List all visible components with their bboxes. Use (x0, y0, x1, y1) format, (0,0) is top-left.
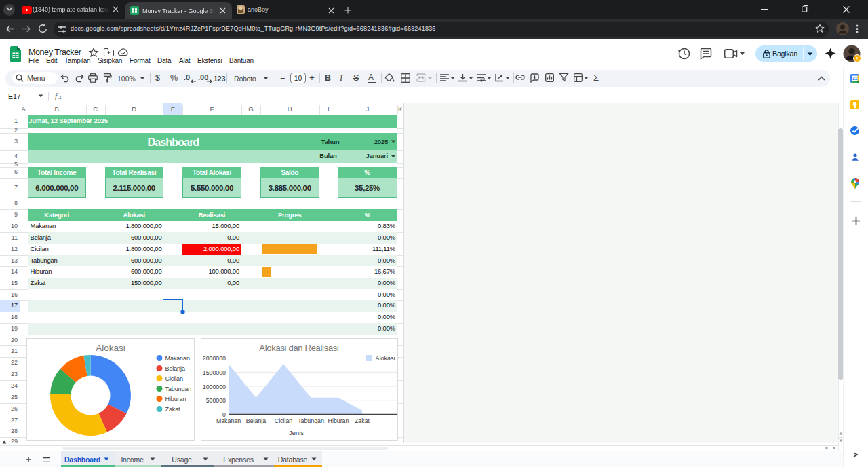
svg-text:Tabungan: Tabungan (298, 417, 324, 424)
svg-text:!: ! (856, 56, 859, 62)
svg-text:Tabungan: Tabungan (165, 385, 192, 392)
svg-text:31: 31 (852, 76, 858, 81)
svg-text:Alokasi: Alokasi (96, 343, 125, 353)
svg-text:500000: 500000 (206, 397, 226, 404)
svg-text:Cicilan: Cicilan (275, 417, 293, 424)
svg-text:Belanja: Belanja (165, 365, 185, 371)
svg-text:Makanan: Makanan (216, 417, 241, 424)
svg-text:Belanja: Belanja (246, 417, 266, 424)
svg-text:Zakat: Zakat (165, 405, 181, 412)
svg-text:Jenis: Jenis (289, 429, 304, 436)
svg-text:Hiburan: Hiburan (165, 395, 186, 402)
svg-text:2000000: 2000000 (203, 355, 226, 362)
svg-text:Cicilan: Cicilan (165, 375, 183, 381)
svg-text:1000000: 1000000 (203, 383, 226, 390)
svg-text:1500000: 1500000 (203, 369, 226, 375)
svg-text:Zakat: Zakat (355, 417, 370, 424)
svg-text:Makanan: Makanan (165, 354, 190, 361)
svg-text:Hiburan: Hiburan (328, 417, 349, 424)
svg-text:Alokasi dan Realisasi: Alokasi dan Realisasi (259, 343, 339, 353)
